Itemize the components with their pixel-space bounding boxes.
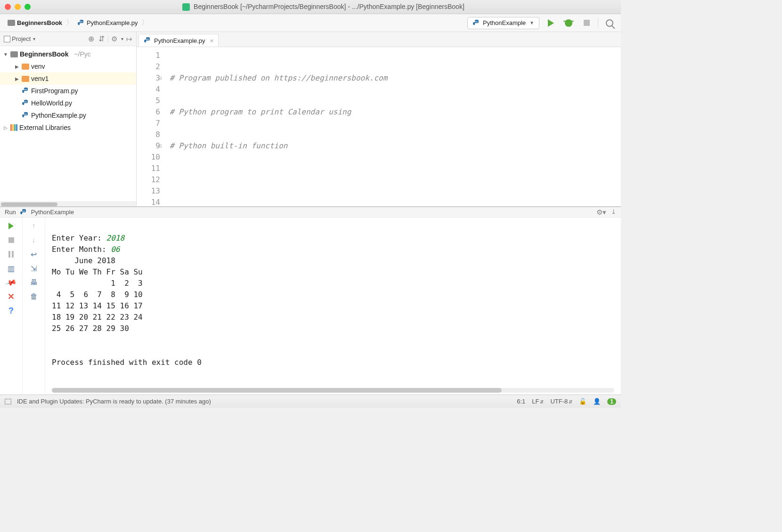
breadcrumb-separator: 〉 <box>66 18 73 28</box>
python-file-icon <box>22 99 29 107</box>
chevron-right-icon[interactable]: ▶ <box>14 64 20 69</box>
console-output[interactable]: Enter Year: 2018 Enter Month: 06 June 20… <box>45 218 621 395</box>
close-button[interactable]: ✕ <box>7 292 16 301</box>
chevron-down-icon: ▾ <box>121 36 123 41</box>
hide-icon[interactable]: ↦ <box>126 35 132 43</box>
breadcrumb-file[interactable]: PythonExample.py <box>74 18 140 28</box>
event-log-icon[interactable] <box>5 399 11 404</box>
console-scrollbar[interactable] <box>52 388 614 393</box>
folder-icon <box>22 64 29 70</box>
breadcrumb-label: PythonExample.py <box>87 19 138 26</box>
folder-icon <box>22 76 29 82</box>
breadcrumb-separator: 〉 <box>141 18 149 28</box>
layout-button[interactable]: ▥ <box>7 264 16 273</box>
editor-tab[interactable]: PythonExample.py × <box>138 34 219 47</box>
breadcrumb-root[interactable]: BeginnersBook <box>5 18 65 27</box>
stop-button[interactable] <box>580 16 593 30</box>
rerun-button[interactable] <box>7 221 16 231</box>
window-controls <box>5 4 31 10</box>
run-button[interactable] <box>544 16 557 30</box>
run-header: Run PythonExample ⚙▾ ⤓ <box>0 207 621 218</box>
scrollbar-thumb[interactable] <box>52 388 502 393</box>
chevron-right-icon[interactable]: ▷ <box>3 125 8 130</box>
gear-icon[interactable]: ⚙▾ <box>596 208 606 217</box>
encoding[interactable]: UTF-8⇵ <box>550 398 572 405</box>
svg-point-1 <box>80 20 81 21</box>
scrollbar-thumb[interactable] <box>1 202 57 206</box>
tree-label: BeginnersBook <box>20 50 68 58</box>
search-everywhere-button[interactable] <box>603 16 616 30</box>
tree-label: External Libraries <box>19 124 71 131</box>
hector-icon[interactable]: 👤 <box>593 398 601 405</box>
debug-button[interactable] <box>562 16 575 30</box>
tree-file[interactable]: PythonExample.py <box>0 109 136 121</box>
down-icon[interactable]: ↓ <box>29 235 39 245</box>
chevron-down-icon[interactable]: ▼ <box>3 52 8 57</box>
line-number-gutter: 1 2 3 4 5 6 7 8 9 10 11 12 13 14 <box>137 47 165 206</box>
close-tab-icon[interactable]: × <box>210 37 213 44</box>
sidebar-scrollbar[interactable] <box>0 202 136 206</box>
folder-icon <box>8 20 15 26</box>
fold-icon[interactable]: ⊟ <box>158 73 162 84</box>
fold-icon[interactable]: ⊟ <box>158 140 162 152</box>
scroll-to-end-icon[interactable]: ⇲ <box>29 264 39 273</box>
run-config-name: PythonExample <box>483 19 526 26</box>
tree-label: HelloWorld.py <box>31 99 72 107</box>
stop-button[interactable] <box>7 235 16 245</box>
project-tool-label[interactable]: Project▾ <box>4 35 35 42</box>
tree-folder[interactable]: ▶ venv <box>0 60 136 73</box>
tree-external-libraries[interactable]: ▷ External Libraries <box>0 121 136 134</box>
python-icon <box>472 19 480 27</box>
window-titlebar: BeginnersBook [~/PycharmProjects/Beginne… <box>0 0 621 14</box>
tree-file[interactable]: HelloWorld.py <box>0 97 136 109</box>
tree-file[interactable]: FirstProgram.py <box>0 85 136 97</box>
collapse-all-icon[interactable]: ⇵ <box>98 35 105 43</box>
close-window-icon[interactable] <box>5 4 11 10</box>
tree-folder[interactable]: ▶ venv1 <box>0 73 136 85</box>
scroll-to-source-icon[interactable]: ⊕ <box>87 35 95 43</box>
project-tree[interactable]: ▼ BeginnersBook ~/Pyc ▶ venv ▶ venv1 Fir… <box>0 46 136 136</box>
chevron-down-icon: ▼ <box>529 20 534 25</box>
python-file-icon <box>22 87 29 95</box>
print-icon[interactable]: 🖶 <box>29 278 39 287</box>
up-icon[interactable]: ↑ <box>29 221 39 231</box>
code-body[interactable]: ⊟# Program published on https://beginner… <box>165 47 621 206</box>
stop-icon <box>8 237 14 243</box>
breadcrumb-label: BeginnersBook <box>17 19 62 26</box>
chevron-down-icon: ▾ <box>33 36 35 41</box>
code-editor[interactable]: 1 2 3 4 5 6 7 8 9 10 11 12 13 14 ⊟# Prog… <box>137 47 621 206</box>
title-project: BeginnersBook <box>194 3 238 10</box>
python-file-icon <box>77 19 85 27</box>
play-icon <box>548 19 554 27</box>
pause-button[interactable] <box>7 250 16 259</box>
python-file-icon <box>22 112 29 119</box>
editor-tabs: PythonExample.py × <box>137 32 621 47</box>
notification-badge[interactable]: 1 <box>607 398 616 405</box>
pin-button[interactable]: 📌 <box>5 276 17 289</box>
navigation-bar: BeginnersBook 〉 PythonExample.py 〉 Pytho… <box>0 14 621 32</box>
cursor-position[interactable]: 6:1 <box>517 398 525 405</box>
maximize-window-icon[interactable] <box>24 4 31 10</box>
minimize-window-icon[interactable] <box>15 4 21 10</box>
tree-root[interactable]: ▼ BeginnersBook ~/Pyc <box>0 48 136 60</box>
download-icon[interactable]: ⤓ <box>611 208 616 217</box>
pause-icon <box>8 251 14 258</box>
chevron-right-icon[interactable]: ▶ <box>14 76 20 81</box>
pycharm-icon <box>182 3 190 11</box>
clear-icon[interactable]: 🗑 <box>29 292 39 301</box>
run-configuration-select[interactable]: PythonExample ▼ <box>467 17 539 29</box>
gear-icon[interactable]: ⚙ <box>111 35 117 43</box>
status-message[interactable]: IDE and Plugin Updates: PyCharm is ready… <box>17 398 211 405</box>
help-button[interactable]: ? <box>7 306 16 315</box>
run-tool-window: Run PythonExample ⚙▾ ⤓ ▥ 📌 ✕ ? ↑ ↓ ↩ ⇲ 🖶… <box>0 206 621 395</box>
tree-label: venv <box>31 63 45 70</box>
separator <box>598 18 598 28</box>
tree-path: ~/Pyc <box>74 50 90 58</box>
soft-wrap-icon[interactable]: ↩ <box>29 250 39 259</box>
title-path: [~/PycharmProjects/BeginnersBook] <box>240 3 346 10</box>
run-label: Run <box>5 209 16 216</box>
lock-icon[interactable]: 🔓 <box>579 398 586 405</box>
run-secondary-toolbar: ↑ ↓ ↩ ⇲ 🖶 🗑 <box>23 218 45 395</box>
line-separator[interactable]: LF⇵ <box>532 398 544 405</box>
tool-window-icon <box>4 36 10 42</box>
